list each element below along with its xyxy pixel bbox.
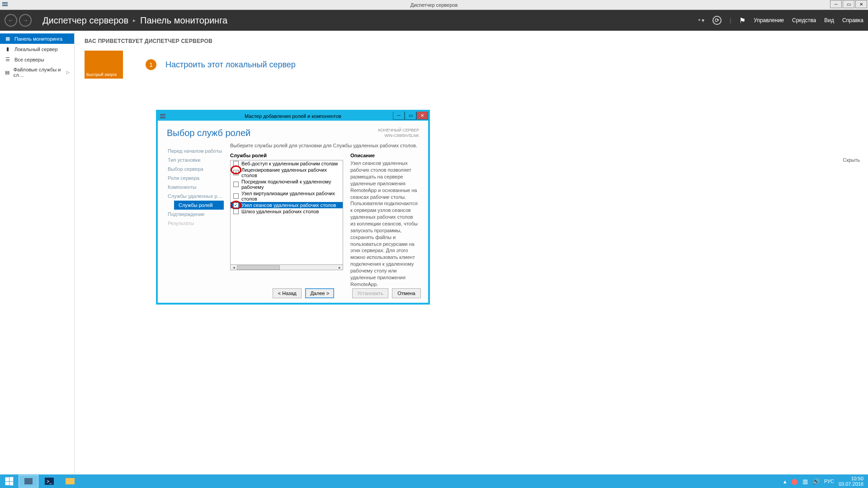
menu-help[interactable]: Справка [842,17,863,23]
role-item-licensing[interactable]: ✓ Лицензирование удаленных рабочих столо… [231,167,343,178]
role-label: Узел сеансов удаленных рабочих столов [241,202,336,208]
nav-back-button[interactable]: ← [5,14,17,27]
role-item-web-access[interactable]: Веб-доступ к удаленным рабочим столам [231,160,343,167]
tray-language[interactable]: РУС [824,479,834,484]
wizard-title: Мастер добавления ролей и компонентов [245,113,341,119]
welcome-heading: Вас приветствует диспетчер серверов [85,38,858,44]
chevron-right-icon: ▷ [66,70,70,75]
add-roles-wizard: Мастер добавления ролей и компонентов ─ … [157,111,429,303]
role-item-virtualization-host[interactable]: Узел виртуализации удаленных рабочих сто… [231,190,343,202]
next-button[interactable]: Далее > [305,288,334,298]
roles-label: Службы ролей [230,153,343,158]
back-button[interactable]: < Назад [273,288,302,298]
wizard-step-rds[interactable]: Службы удаленных рабо… [167,192,226,201]
scroll-thumb[interactable] [237,265,280,270]
scroll-right-icon[interactable]: ▸ [336,265,343,270]
wizard-step-install-type[interactable]: Тип установки [167,155,226,164]
server-icon: ▮ [5,46,11,52]
flag-icon[interactable]: ⚑ [739,16,745,25]
step-number-badge: 1 [146,59,156,70]
role-item-gateway[interactable]: Шлюз удаленных рабочих столов [231,208,343,215]
menu-view[interactable]: Вид [824,17,834,23]
description-label: Описание [350,153,419,158]
horizontal-scrollbar[interactable]: ◂ ▸ [230,265,343,270]
wizard-step-server-roles[interactable]: Роли сервера [167,174,226,183]
window-title: Диспетчер серверов [410,2,458,8]
wizard-step-features[interactable]: Компоненты [167,183,226,192]
sidebar-item-label: Файловые службы и сл… [14,67,63,78]
window-minimize-button[interactable]: ─ [830,0,842,8]
tray-clock[interactable]: 10:50 03.07.2018 [839,476,863,487]
wizard-step-confirmation[interactable]: Подтверждение [167,210,226,219]
sidebar-item-dashboard[interactable]: ▦ Панель мониторинга [0,33,74,44]
role-label: Веб-доступ к удаленным рабочим столам [241,161,338,166]
wizard-step-role-services[interactable]: Службы ролей [174,201,224,210]
taskbar-server-manager[interactable] [19,475,38,488]
wizard-footer: < Назад Далее > Установить Отмена [273,288,421,298]
sidebar-item-label: Все серверы [14,57,44,62]
sidebar-item-label: Панель мониторинга [14,36,62,42]
files-icon: ▤ [5,70,10,75]
checkbox[interactable] [233,193,239,199]
svg-rect-2 [160,114,165,116]
start-button[interactable] [0,474,18,488]
checkbox[interactable] [233,209,239,214]
wizard-steps: Перед началом работы Тип установки Выбор… [167,143,226,277]
refresh-icon[interactable]: ⟳ [712,16,722,25]
taskbar-explorer[interactable] [60,475,80,488]
server-manager-icon [24,478,33,484]
window-maximize-button[interactable]: ▭ [843,0,854,8]
sidebar-item-local-server[interactable]: ▮ Локальный сервер [0,44,74,54]
hide-link[interactable]: Скрыть [843,157,860,163]
sidebar-item-all-servers[interactable]: ☰ Все серверы [0,54,74,65]
main-content: Вас приветствует диспетчер серверов Быст… [75,31,868,474]
configure-server-link[interactable]: Настроить этот локальный сервер [165,60,296,70]
sidebar: ▦ Панель мониторинга ▮ Локальный сервер … [0,31,75,474]
role-item-connection-broker[interactable]: Посредник подключений к удаленному рабоч… [231,178,343,190]
checkbox[interactable] [233,161,239,166]
quickstart-tile[interactable]: Быстрый запуск [85,51,123,79]
description-text: Узел сеансов удаленных рабочих столов по… [350,160,419,287]
wizard-icon [160,113,166,119]
checkbox[interactable] [233,182,239,187]
wizard-close-button[interactable]: ✕ [416,112,428,120]
taskbar-powershell[interactable]: >_ [39,475,59,488]
menu-tools[interactable]: Средства [792,17,816,23]
target-server-name: WIN-C99I5IVSLNK [378,133,419,139]
role-label: Посредник подключений к удаленному рабоч… [241,179,340,190]
role-label: Лицензирование удаленных рабочих столов [241,167,340,178]
tray-action-center-icon[interactable]: ⬤ [791,478,798,485]
wizard-target-server: КОНЕЧНЫЙ СЕРВЕР WIN-C99I5IVSLNK [378,128,419,138]
tasks-dropdown-icon[interactable]: • ▾ [698,17,705,23]
wizard-maximize-button[interactable]: ▭ [405,112,416,120]
tray-time: 10:50 [839,476,863,481]
window-close-button[interactable]: ✕ [855,0,867,8]
taskbar: >_ ▴ ⬤ ▥ 🔊 РУС 10:50 03.07.2018 [0,474,868,488]
cancel-button[interactable]: Отмена [392,288,421,298]
wizard-minimize-button[interactable]: ─ [393,112,405,120]
breadcrumb-page: Панель мониторинга [140,15,227,26]
scroll-track[interactable] [237,265,336,270]
svg-rect-3 [160,117,165,118]
scroll-left-icon[interactable]: ◂ [231,265,237,270]
wizard-titlebar[interactable]: Мастер добавления ролей и компонентов ─ … [158,112,428,121]
wizard-step-server-selection[interactable]: Выбор сервера [167,164,226,174]
tray-volume-icon[interactable]: 🔊 [812,478,820,485]
sidebar-item-file-services[interactable]: ▤ Файловые службы и сл… ▷ [0,65,74,80]
checkbox[interactable]: ✓ [233,170,239,175]
window-titlebar: Диспетчер серверов ─ ▭ ✕ [0,0,868,10]
tray-chevron-up-icon[interactable]: ▴ [783,478,787,485]
sidebar-item-label: Локальный сервер [14,47,58,52]
nav-forward-button[interactable]: → [19,14,32,27]
breadcrumb: Диспетчер серверов ▸ Панель мониторинга [42,15,227,26]
role-item-session-host[interactable]: ✓ Узел сеансов удаленных рабочих столов [231,202,343,208]
svg-rect-1 [2,5,8,6]
wizard-step-before-you-begin[interactable]: Перед началом работы [167,146,226,155]
checkbox[interactable]: ✓ [233,202,239,208]
menu-manage[interactable]: Управление [754,17,784,23]
roles-list: Веб-доступ к удаленным рабочим столам ✓ … [230,160,343,265]
role-label: Узел виртуализации удаленных рабочих сто… [241,191,340,202]
wizard-instruction: Выберите службы ролей для установки для … [230,143,419,148]
tray-network-icon[interactable]: ▥ [802,478,808,485]
tray-date: 03.07.2018 [839,481,863,487]
